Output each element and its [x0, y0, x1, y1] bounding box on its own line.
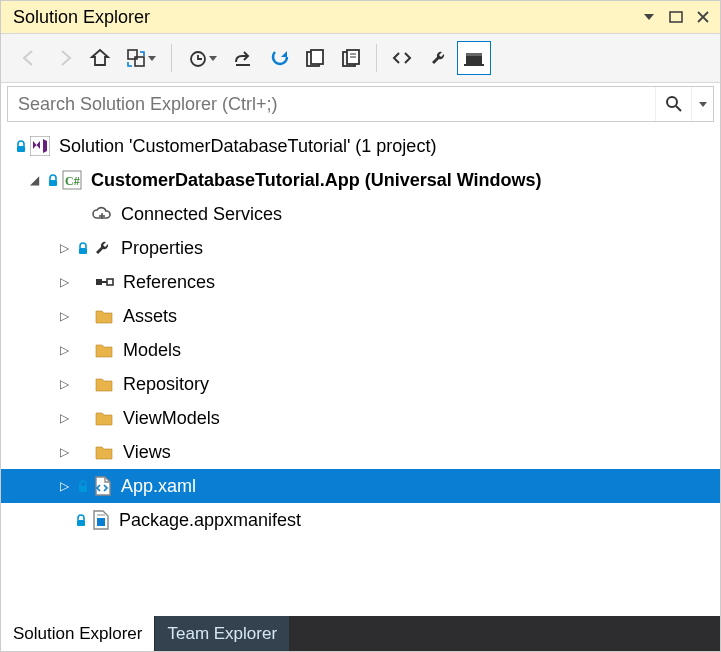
separator [376, 44, 377, 72]
maximize-icon[interactable] [667, 8, 685, 26]
tree-item-label: Package.appxmanifest [115, 510, 301, 531]
solution-node[interactable]: Solution 'CustomerDatabaseTutorial' (1 p… [1, 129, 720, 163]
svg-line-30 [676, 106, 681, 111]
tree-item-models[interactable]: ▷ Models [1, 333, 720, 367]
svg-rect-28 [670, 12, 682, 22]
tree-item-repository[interactable]: ▷ Repository [1, 367, 720, 401]
search-button[interactable] [655, 87, 691, 121]
solution-tree: Solution 'CustomerDatabaseTutorial' (1 p… [1, 125, 720, 616]
tree-item-app-xaml[interactable]: ▷ App.xaml [1, 469, 720, 503]
solution-label: Solution 'CustomerDatabaseTutorial' (1 p… [55, 136, 436, 157]
tree-item-connected-services[interactable]: Connected Services [1, 197, 720, 231]
titlebar: Solution Explorer [1, 1, 720, 33]
project-node[interactable]: ◢ CustomerDatabaseTutorial.App (Universa… [1, 163, 720, 197]
lock-icon [77, 479, 89, 493]
tree-item-properties[interactable]: ▷ Properties [1, 231, 720, 265]
search-icon [664, 94, 684, 114]
lock-icon [47, 173, 59, 187]
refresh-button[interactable] [262, 41, 296, 75]
tab-solution-explorer[interactable]: Solution Explorer [1, 616, 154, 651]
folder-icon [93, 305, 115, 327]
expand-arrow-icon[interactable]: ▷ [55, 445, 73, 459]
separator [171, 44, 172, 72]
chevron-down-icon [148, 56, 156, 61]
lock-icon [15, 139, 27, 153]
copy-view-button[interactable] [334, 41, 368, 75]
sync-views-button[interactable] [119, 41, 163, 75]
references-icon [93, 271, 115, 293]
tree-item-views[interactable]: ▷ Views [1, 435, 720, 469]
properties-button[interactable] [421, 41, 455, 75]
tree-item-label: Views [119, 442, 171, 463]
tree-item-label: Repository [119, 374, 209, 395]
tree-item-label: References [119, 272, 215, 293]
folder-icon [93, 441, 115, 463]
bottom-tabstrip: Solution Explorer Team Explorer [1, 616, 720, 651]
expand-arrow-icon[interactable]: ◢ [25, 173, 43, 187]
search-options-button[interactable] [691, 87, 713, 121]
folder-icon [93, 407, 115, 429]
chevron-down-icon [699, 102, 707, 107]
toolbar [1, 33, 720, 83]
forward-button[interactable] [47, 41, 81, 75]
tree-item-references[interactable]: ▷ References [1, 265, 720, 299]
preview-selected-button[interactable] [457, 41, 491, 75]
home-button[interactable] [83, 41, 117, 75]
lock-icon [77, 241, 89, 255]
expand-arrow-icon[interactable]: ▷ [55, 241, 73, 255]
expand-arrow-icon[interactable]: ▷ [55, 377, 73, 391]
expand-arrow-icon[interactable]: ▷ [55, 343, 73, 357]
expand-arrow-icon[interactable]: ▷ [55, 479, 73, 493]
pending-changes-button[interactable] [180, 41, 224, 75]
project-label: CustomerDatabaseTutorial.App (Universal … [87, 170, 542, 191]
window-options-icon[interactable] [640, 8, 658, 26]
search-input[interactable] [8, 87, 655, 121]
panel-title: Solution Explorer [13, 7, 150, 28]
collapse-all-button[interactable] [226, 41, 260, 75]
search-bar [7, 86, 714, 122]
svg-point-29 [667, 97, 677, 107]
manifest-file-icon [89, 509, 111, 531]
vs-solution-icon [29, 135, 51, 157]
folder-icon [93, 373, 115, 395]
tree-item-label: App.xaml [117, 476, 196, 497]
xaml-file-icon [91, 475, 113, 497]
tree-item-label: Connected Services [117, 204, 282, 225]
csharp-project-icon [61, 169, 83, 191]
expand-arrow-icon[interactable]: ▷ [55, 275, 73, 289]
tab-team-explorer[interactable]: Team Explorer [154, 616, 289, 651]
lock-icon [75, 513, 87, 527]
tree-item-viewmodels[interactable]: ▷ ViewModels [1, 401, 720, 435]
tree-item-label: ViewModels [119, 408, 220, 429]
tree-item-label: Models [119, 340, 181, 361]
back-button[interactable] [11, 41, 45, 75]
wrench-icon [91, 237, 113, 259]
cloud-icon [91, 203, 113, 225]
show-all-files-button[interactable] [298, 41, 332, 75]
tree-item-label: Properties [117, 238, 203, 259]
chevron-down-icon [209, 56, 217, 61]
view-code-button[interactable] [385, 41, 419, 75]
window-buttons [640, 8, 712, 26]
tree-item-label: Assets [119, 306, 177, 327]
folder-icon [93, 339, 115, 361]
tree-item-manifest[interactable]: Package.appxmanifest [1, 503, 720, 537]
expand-arrow-icon[interactable]: ▷ [55, 309, 73, 323]
tree-item-assets[interactable]: ▷ Assets [1, 299, 720, 333]
expand-arrow-icon[interactable]: ▷ [55, 411, 73, 425]
close-icon[interactable] [694, 8, 712, 26]
